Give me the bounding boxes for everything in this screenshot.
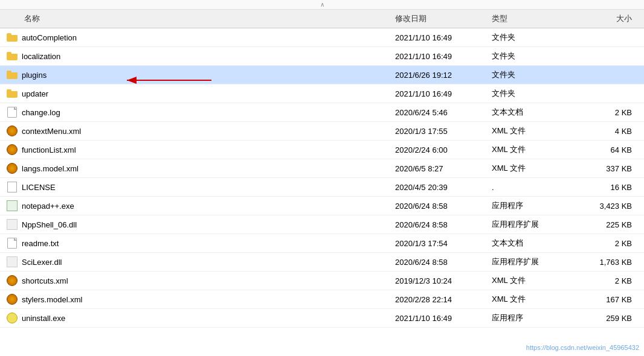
table-row[interactable]: localization 2021/1/10 16:49 文件夹 [0,47,644,66]
file-name-cell: readme.txt [0,234,390,253]
file-name-cell: contextMenu.xml [0,122,390,141]
file-name: functionList.xml [22,145,76,154]
file-name: uninstall.exe [22,314,65,323]
file-size-cell [584,47,644,66]
text-file-icon [6,106,18,118]
file-size-cell: 337 KB [584,159,644,178]
file-name: localization [22,52,60,61]
table-row[interactable]: NppShell_06.dll 2020/6/24 8:58 应用程序扩展 22… [0,215,644,234]
table-row[interactable]: langs.model.xml 2020/6/5 8:27 XML 文件 337… [0,159,644,178]
xml-file-icon [6,162,18,174]
file-type-cell: 文件夹 [487,28,584,47]
file-date-cell: 2020/2/28 22:14 [390,290,487,309]
file-name: SciLexer.dll [22,258,62,267]
file-name-cell: functionList.xml [0,141,390,159]
file-name-cell: updater [0,84,390,103]
table-row[interactable]: shortcuts.xml 2019/12/3 10:24 XML 文件 2 K… [0,272,644,290]
table-row[interactable]: plugins 2021/6/26 19:12 文件夹 [0,66,644,84]
file-name-cell: notepad++.exe [0,197,390,215]
scroll-up-arrow[interactable]: ∧ [320,1,324,8]
file-name: change.log [22,108,60,117]
file-name: readme.txt [22,239,59,248]
file-type-cell: . [487,178,584,197]
file-name-cell: localization [0,47,390,66]
file-size-cell: 259 KB [584,309,644,328]
file-name-cell: langs.model.xml [0,159,390,178]
table-row[interactable]: stylers.model.xml 2020/2/28 22:14 XML 文件… [0,290,644,309]
table-row[interactable]: functionList.xml 2020/2/24 6:00 XML 文件 6… [0,141,644,159]
file-date-cell: 2021/1/10 16:49 [390,309,487,328]
file-size-cell: 2 KB [584,103,644,122]
file-size-cell: 1,763 KB [584,253,644,272]
table-row[interactable]: uninstall.exe 2021/1/10 16:49 应用程序 259 K… [0,309,644,328]
file-name-cell: stylers.model.xml [0,290,390,309]
file-type-cell: XML 文件 [487,141,584,159]
file-name-cell: autoCompletion [0,28,390,47]
file-table: 名称 修改日期 类型 大小 autoCompletion 2021/1/10 1… [0,10,644,328]
file-size-cell: 225 KB [584,215,644,234]
exe-file-icon [6,200,18,212]
file-name-cell: SciLexer.dll [0,253,390,272]
file-size-cell: 2 KB [584,272,644,290]
uninstall-exe-icon [6,312,18,324]
file-type-cell: 文件夹 [487,84,584,103]
file-date-cell: 2020/6/5 8:27 [390,159,487,178]
file-name: NppShell_06.dll [22,220,77,229]
table-row[interactable]: SciLexer.dll 2020/6/24 8:58 应用程序扩展 1,763… [0,253,644,272]
file-type-cell: XML 文件 [487,272,584,290]
file-type-cell: 文件夹 [487,66,584,84]
file-date-cell: 2020/1/3 17:54 [390,234,487,253]
file-date-cell: 2020/6/24 8:58 [390,253,487,272]
file-list-container: 名称 修改日期 类型 大小 autoCompletion 2021/1/10 1… [0,10,644,356]
file-size-cell: 3,423 KB [584,197,644,215]
file-size-cell: 64 KB [584,141,644,159]
table-row[interactable]: updater 2021/1/10 16:49 文件夹 [0,84,644,103]
col-header-size[interactable]: 大小 [584,10,644,28]
file-name: autoCompletion [22,33,77,42]
folder-icon [6,50,18,62]
file-size-cell: 167 KB [584,290,644,309]
file-name: notepad++.exe [22,202,74,211]
table-row[interactable]: notepad++.exe 2020/6/24 8:58 应用程序 3,423 … [0,197,644,215]
col-header-date[interactable]: 修改日期 [390,10,487,28]
text-file-icon [6,237,18,249]
watermark: https://blog.csdn.net/weixin_45965432 [526,344,639,351]
file-name: stylers.model.xml [22,295,82,304]
file-size-cell: 2 KB [584,234,644,253]
file-date-cell: 2019/12/3 10:24 [390,272,487,290]
file-date-cell: 2021/1/10 16:49 [390,84,487,103]
xml-file-icon [6,144,18,156]
file-date-cell: 2020/4/5 20:39 [390,178,487,197]
file-name-cell: shortcuts.xml [0,272,390,290]
file-type-cell: 应用程序 [487,309,584,328]
file-type-cell: XML 文件 [487,122,584,141]
file-name: contextMenu.xml [22,127,81,136]
file-size-cell [584,66,644,84]
table-header: 名称 修改日期 类型 大小 [0,10,644,28]
file-type-cell: 文本文档 [487,234,584,253]
scroll-top-indicator[interactable]: ∧ [0,0,644,10]
file-date-cell: 2020/1/3 17:55 [390,122,487,141]
file-name-cell: change.log [0,103,390,122]
file-type-cell: XML 文件 [487,290,584,309]
file-name: updater [22,89,48,98]
file-size-cell: 4 KB [584,122,644,141]
file-name: plugins [22,71,47,80]
file-type-cell: 文本文档 [487,103,584,122]
file-date-cell: 2021/1/10 16:49 [390,28,487,47]
table-row[interactable]: contextMenu.xml 2020/1/3 17:55 XML 文件 4 … [0,122,644,141]
file-type-cell: XML 文件 [487,159,584,178]
table-row[interactable]: change.log 2020/6/24 5:46 文本文档 2 KB [0,103,644,122]
file-date-cell: 2020/6/24 8:58 [390,215,487,234]
table-row[interactable]: autoCompletion 2021/1/10 16:49 文件夹 [0,28,644,47]
table-row[interactable]: readme.txt 2020/1/3 17:54 文本文档 2 KB [0,234,644,253]
col-header-name[interactable]: 名称 [0,10,390,28]
file-name-cell: LICENSE [0,178,390,197]
table-row[interactable]: LICENSE 2020/4/5 20:39 . 16 KB [0,178,644,197]
dll-file-icon [6,218,18,230]
file-name-cell: plugins [0,66,390,84]
file-date-cell: 2021/6/26 19:12 [390,66,487,84]
file-date-cell: 2020/2/24 6:00 [390,141,487,159]
xml-file-icon [6,125,18,137]
col-header-type[interactable]: 类型 [487,10,584,28]
